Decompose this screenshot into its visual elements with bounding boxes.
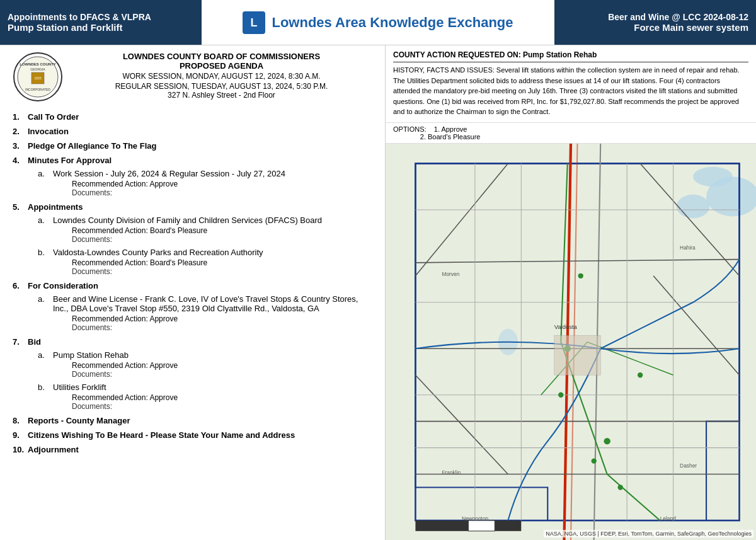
svg-rect-46: [554, 335, 600, 375]
recommended-action: Recommended Action: Approve: [72, 180, 372, 188]
sub-item-letter: b.: [38, 248, 53, 276]
documents-label: Documents:: [72, 323, 372, 332]
svg-text:LOWNDES COUNTY: LOWNDES COUNTY: [20, 62, 56, 66]
svg-text:GEORGIA: GEORGIA: [30, 67, 45, 71]
svg-point-44: [617, 485, 622, 490]
agenda-item-number: 6.: [13, 281, 28, 290]
agenda-item-number: 7.: [13, 337, 28, 347]
svg-text:Dasher: Dasher: [680, 462, 697, 469]
agenda-item: 8.Reports - County Manager: [13, 416, 372, 425]
documents-label: Documents:: [72, 267, 372, 276]
agenda-item-title: Call To Order: [28, 112, 372, 122]
svg-point-42: [558, 392, 563, 397]
sub-item-title: Pump Station Rehab: [53, 350, 372, 360]
options-section: OPTIONS: 1. Approve 2. Board's Pleasure: [386, 123, 756, 144]
svg-rect-48: [468, 520, 495, 531]
agenda-item-number: 5.: [13, 202, 28, 212]
recommended-action: Recommended Action: Approve: [72, 314, 372, 323]
sub-item: a.Beer and Wine License - Frank C. Love,…: [38, 294, 372, 332]
agenda-item: 5.Appointmentsa.Lowndes County Division …: [13, 202, 372, 276]
agenda-item: 3.Pledge Of Allegiance To The Flag: [13, 141, 372, 151]
recommended-action: Recommended Action: Approve: [72, 393, 372, 402]
agenda-item-title: Adjournment: [28, 445, 372, 454]
agenda-item: 1.Call To Order: [13, 112, 372, 122]
agenda-item-number: 2.: [13, 127, 28, 136]
option2: 2. Board's Pleasure: [420, 133, 481, 141]
agenda-item-title: Citizens Wishing To Be Heard - Please St…: [28, 430, 372, 440]
map-svg: Valdosta Morven Hahira Franklin Dasher N…: [386, 144, 756, 541]
work-session-info: WORK SESSION, MONDAY, AUGUST 12, 2024, 8…: [71, 72, 372, 81]
agenda-header: LOWNDES COUNTY GEORGIA 1825 INCORPORATED…: [13, 52, 372, 102]
svg-text:Franklin: Franklin: [442, 469, 461, 475]
banner-center: L Lowndes Area Knowledge Exchange: [202, 0, 554, 45]
sub-item: a.Work Session - July 26, 2024 & Regular…: [38, 169, 372, 197]
regular-session-info: REGULAR SESSION, TUESDAY, AUGUST 13, 202…: [71, 82, 372, 91]
header-text: LOWNDES COUNTY BOARD OF COMMISSIONERS PR…: [71, 52, 372, 100]
site-title: Lowndes Area Knowledge Exchange: [272, 14, 513, 31]
svg-text:1825: 1825: [34, 76, 41, 80]
agenda-list: 1.Call To Order2.Invocation3.Pledge Of A…: [13, 112, 372, 454]
sub-item: b.Utilities ForkliftRecommended Action: …: [38, 382, 372, 411]
documents-label: Documents:: [72, 370, 372, 379]
lake-logo-icon: L: [243, 11, 265, 34]
svg-rect-47: [415, 520, 468, 531]
main-content: LOWNDES COUNTY GEORGIA 1825 INCORPORATED…: [0, 45, 756, 540]
banner-left-line1: Appointments to DFACS & VLPRA: [8, 12, 194, 22]
agenda-item-number: 10.: [13, 445, 28, 454]
county-action-body: HISTORY, FACTS AND ISSUES: Several lift …: [393, 65, 748, 117]
county-action-section: COUNTY ACTION REQUESTED ON: Pump Station…: [386, 45, 756, 123]
svg-text:Leland: Leland: [660, 515, 676, 522]
left-panel: LOWNDES COUNTY GEORGIA 1825 INCORPORATED…: [0, 45, 386, 540]
agenda-item-title: Minutes For Approval: [28, 156, 372, 165]
agenda-item: 2.Invocation: [13, 127, 372, 136]
agenda-item-number: 8.: [13, 416, 28, 425]
map-attribution: NASA, NGA, USGS | FDEP, Esri, TomTom, Ga…: [544, 530, 753, 537]
agenda-item-number: 1.: [13, 112, 28, 122]
sub-item: b.Valdosta-Lowndes County Parks and Recr…: [38, 248, 372, 276]
banner-left: Appointments to DFACS & VLPRA Pump Stati…: [0, 0, 202, 45]
documents-label: Documents:: [72, 402, 372, 411]
documents-label: Documents:: [72, 235, 372, 244]
sub-item: a.Lowndes County Division of Family and …: [38, 215, 372, 244]
svg-point-43: [638, 372, 643, 377]
recommended-action: Recommended Action: Approve: [72, 361, 372, 370]
agenda-item-title: Invocation: [28, 127, 372, 136]
right-panel: COUNTY ACTION REQUESTED ON: Pump Station…: [386, 45, 756, 540]
address: 327 N. Ashley Street - 2nd Floor: [71, 91, 372, 100]
county-seal-icon: LOWNDES COUNTY GEORGIA 1825 INCORPORATED: [13, 52, 63, 102]
recommended-action: Recommended Action: Board's Pleasure: [72, 258, 372, 267]
recommended-action: Recommended Action: Board's Pleasure: [72, 226, 372, 235]
sub-item-title: Beer and Wine License - Frank C. Love, I…: [53, 294, 372, 313]
options-label: OPTIONS:: [393, 125, 427, 133]
agenda-item-title: Appointments: [28, 202, 372, 212]
doc-title: PROPOSED AGENDA: [71, 61, 372, 71]
documents-label: Documents:: [72, 188, 372, 197]
agenda-item: 6.For Considerationa.Beer and Wine Licen…: [13, 281, 372, 332]
agenda-item-number: 9.: [13, 430, 28, 440]
svg-text:L: L: [251, 16, 258, 29]
sub-item-title: Utilities Forklift: [53, 382, 372, 392]
svg-point-40: [604, 437, 610, 444]
agenda-item: 10.Adjournment: [13, 445, 372, 454]
banner-right-line1: Beer and Wine @ LCC 2024-08-12: [562, 12, 748, 22]
svg-point-12: [693, 166, 733, 186]
agenda-item-title: For Consideration: [28, 281, 372, 290]
map-container: Valdosta Morven Hahira Franklin Dasher N…: [386, 144, 756, 541]
agenda-item: 9.Citizens Wishing To Be Heard - Please …: [13, 430, 372, 440]
svg-text:INCORPORATED: INCORPORATED: [25, 88, 50, 91]
option1: 1. Approve: [434, 125, 467, 133]
agenda-item: 7.Bida.Pump Station RehabRecommended Act…: [13, 337, 372, 411]
sub-item-letter: a.: [38, 294, 53, 332]
svg-point-41: [578, 273, 583, 278]
agenda-item-title: Bid: [28, 337, 372, 347]
svg-text:Valdosta: Valdosta: [554, 323, 578, 330]
svg-text:Newnonton: Newnonton: [462, 515, 489, 522]
agenda-item: 4.Minutes For Approvala.Work Session - J…: [13, 156, 372, 197]
svg-rect-49: [495, 520, 521, 531]
sub-item-title: Lowndes County Division of Family and Ch…: [53, 215, 372, 225]
svg-text:Morven: Morven: [442, 270, 459, 277]
svg-text:Hahira: Hahira: [680, 244, 696, 250]
agenda-item-number: 3.: [13, 141, 28, 151]
banner-right-line2: Force Main sewer system: [562, 22, 748, 33]
sub-item-letter: a.: [38, 169, 53, 197]
